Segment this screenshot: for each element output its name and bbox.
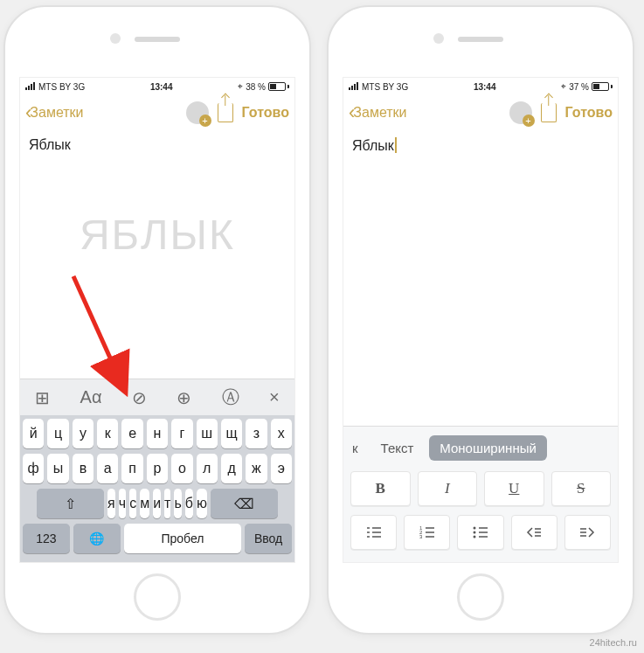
nav-bar: ‹ Заметки Готово [343,95,618,130]
key-э[interactable]: э [271,454,292,483]
done-button[interactable]: Готово [565,105,613,121]
bluetooth-icon: ⌖ [238,81,243,92]
markup-icon[interactable]: Ⓐ [222,386,239,409]
status-bar: MTS BY 3G 13:44 ⌖ 37 % [343,78,618,95]
key-в[interactable]: в [73,454,93,483]
space-key[interactable]: Пробел [124,524,242,553]
camera-dot [110,33,121,44]
share-button[interactable] [541,103,557,122]
key-ь[interactable]: ь [174,489,181,518]
key-с[interactable]: с [129,489,136,518]
screen-right: MTS BY 3G 13:44 ⌖ 37 % ‹ Заметки Готово [343,77,619,563]
key-й[interactable]: й [23,419,44,448]
note-text: Яблык [352,138,394,153]
key-ы[interactable]: ы [47,454,68,483]
phone-frame-right: MTS BY 3G 13:44 ⌖ 37 % ‹ Заметки Готово [327,5,634,635]
key-ч[interactable]: ч [119,489,126,518]
back-label: Заметки [30,105,83,121]
bullet-list-button[interactable] [457,515,503,550]
add-person-button[interactable] [509,101,532,124]
speaker-slot [458,37,503,42]
numbered-list-button[interactable]: 123 [404,515,450,550]
phone-frame-left: MTS BY 3G 13:44 ⌖ 38 % ‹ Заметки Готово [3,5,311,635]
home-button[interactable] [457,573,504,621]
globe-key[interactable]: 🌐 [73,524,121,553]
text-style-button[interactable]: Aα [80,387,102,407]
key-д[interactable]: д [221,454,242,483]
home-button[interactable] [134,573,181,621]
key-ю[interactable]: ю [197,489,207,518]
table-icon[interactable]: ⊞ [35,387,50,408]
key-о[interactable]: о [171,454,192,483]
add-person-button[interactable] [186,101,209,124]
key-т[interactable]: т [164,489,170,518]
carrier-label: MTS BY 3G [38,82,85,92]
text-style-picker[interactable]: к Текст Моноширинный [350,435,611,461]
add-icon[interactable]: ⊕ [177,387,191,408]
key-я[interactable]: я [107,489,115,518]
dash-list-button[interactable] [350,515,397,550]
key-у[interactable]: у [73,419,93,448]
outdent-button[interactable] [511,515,557,550]
key-ш[interactable]: ш [197,419,218,448]
key-ц[interactable]: ц [47,419,68,448]
key-ф[interactable]: ф [23,454,44,483]
shift-key[interactable]: ⇧ [37,489,104,518]
battery-icon [268,82,289,91]
key-а[interactable]: а [97,454,118,483]
style-chip-partial[interactable]: к [350,437,365,459]
speaker-slot [135,37,180,42]
indent-button[interactable] [564,515,611,550]
backspace-key[interactable]: ⌫ [211,489,278,518]
share-button[interactable] [218,103,233,122]
clock: 13:44 [474,82,496,92]
back-button[interactable]: ‹ Заметки [25,101,84,124]
bold-button[interactable]: B [350,471,411,506]
back-button[interactable]: ‹ Заметки [349,101,407,124]
checklist-icon[interactable]: ⊘ [132,387,147,408]
key-н[interactable]: н [147,419,168,448]
key-е[interactable]: е [121,419,142,448]
battery-icon [592,82,613,91]
key-п[interactable]: п [121,454,142,483]
key-л[interactable]: л [197,454,218,483]
note-body[interactable]: Яблык [343,130,618,426]
close-icon[interactable]: × [269,387,280,407]
text-cursor [395,137,397,153]
keyboard: йцукенгшщзх фывапролджэ ⇧ ячсмитьбю ⌫ 12… [20,415,294,562]
done-button[interactable]: Готово [242,105,289,121]
format-toolbar: ⊞ Aα ⊘ ⊕ Ⓐ × [20,379,294,415]
note-body[interactable]: Яблык ЯБЛЫК [20,130,294,379]
battery-percent: 38 % [246,82,266,92]
key-б[interactable]: б [185,489,193,518]
key-р[interactable]: р [147,454,168,483]
key-м[interactable]: м [140,489,149,518]
cellular-signal-icon [349,82,359,92]
bluetooth-icon: ⌖ [561,81,566,92]
key-щ[interactable]: щ [221,419,242,448]
clock: 13:44 [150,82,173,92]
nav-bar: ‹ Заметки Готово [20,95,294,130]
status-bar: MTS BY 3G 13:44 ⌖ 38 % [20,78,294,95]
key-к[interactable]: к [97,419,118,448]
svg-text:3: 3 [419,534,423,539]
key-г[interactable]: г [171,419,192,448]
style-monospace-selected[interactable]: Моноширинный [429,435,547,461]
svg-point-13 [474,527,476,530]
key-з[interactable]: з [246,419,267,448]
format-panel: к Текст Моноширинный B I U S 123 [343,426,618,562]
key-ж[interactable]: ж [246,454,267,483]
key-и[interactable]: и [153,489,161,518]
underline-button[interactable]: U [484,471,544,506]
style-body-text[interactable]: Текст [374,437,421,459]
return-key[interactable]: Ввод [245,524,292,553]
carrier-label: MTS BY 3G [362,82,408,92]
cellular-signal-icon [25,82,36,92]
italic-button[interactable]: I [418,471,478,506]
note-text: Яблык [29,137,71,152]
key-х[interactable]: х [271,419,292,448]
battery-percent: 37 % [569,82,589,92]
list-indent-row: 123 [350,515,611,550]
strikethrough-button[interactable]: S [551,471,612,506]
numbers-key[interactable]: 123 [23,524,70,553]
